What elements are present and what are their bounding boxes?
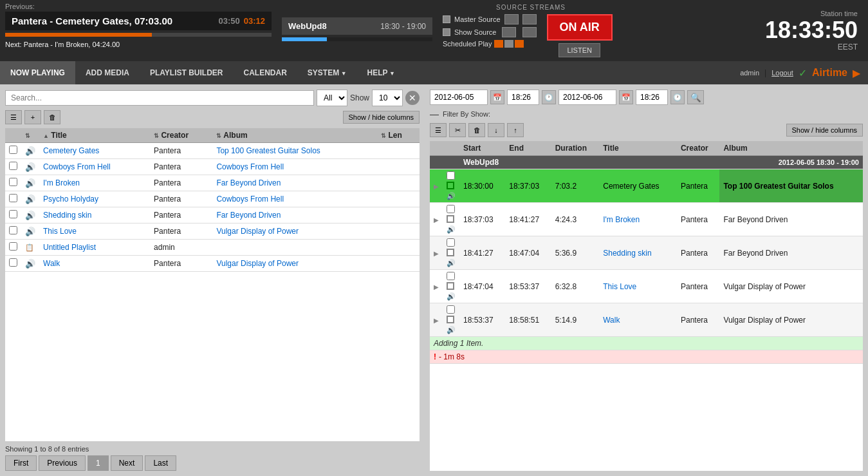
station-timezone: EEST bbox=[838, 43, 858, 52]
listen-button[interactable]: LISTEN bbox=[559, 43, 600, 57]
right-tool-btn-down[interactable]: ↓ bbox=[488, 123, 504, 137]
sch-col-end[interactable]: End bbox=[505, 141, 551, 156]
left-show-hide-cols-button[interactable]: Show / hide columns bbox=[343, 111, 420, 124]
show-select[interactable]: 10 25 50 bbox=[372, 90, 403, 106]
time-from-button[interactable]: 🕐 bbox=[542, 90, 556, 104]
cal-to-button[interactable]: 📅 bbox=[619, 90, 633, 104]
nav-system[interactable]: SYSTEM bbox=[297, 61, 357, 84]
track-title[interactable]: Untitled Playlist bbox=[43, 243, 96, 252]
show-source-btn2[interactable] bbox=[522, 27, 537, 37]
sch-end: 18:53:37 bbox=[505, 270, 551, 303]
webupd-progress bbox=[282, 37, 432, 41]
row-arrow[interactable]: ▶ bbox=[434, 183, 439, 190]
page-1-button[interactable]: 1 bbox=[88, 455, 109, 471]
row-checkbox[interactable] bbox=[9, 162, 17, 170]
row-checkbox[interactable] bbox=[9, 226, 17, 234]
col-length-header[interactable]: ⇅ Len bbox=[377, 128, 420, 143]
time-remaining: 03:12 bbox=[244, 16, 265, 26]
time-from-input[interactable] bbox=[507, 90, 539, 105]
last-button[interactable]: Last bbox=[145, 455, 176, 471]
track-album[interactable]: Cowboys From Hell bbox=[216, 195, 284, 204]
col-creator-header[interactable]: ⇅ Creator bbox=[150, 128, 212, 143]
filter-select[interactable]: All bbox=[317, 90, 347, 106]
track-album[interactable]: Cowboys From Hell bbox=[216, 162, 284, 171]
sch-col-duration[interactable]: Duration bbox=[551, 141, 600, 156]
sch-row-checkbox[interactable] bbox=[447, 305, 455, 314]
row-checkbox[interactable] bbox=[9, 210, 17, 218]
nav-help[interactable]: HELP bbox=[357, 61, 405, 84]
row-checkbox[interactable] bbox=[9, 146, 17, 154]
track-title[interactable]: Cemetery Gates bbox=[43, 146, 99, 155]
left-table-row: 🔊 Shedding skin Pantera Far Beyond Drive… bbox=[5, 207, 420, 224]
sch-col-title[interactable]: Title bbox=[599, 141, 677, 156]
sch-row-checkbox[interactable] bbox=[447, 238, 455, 247]
show-source-btn[interactable] bbox=[502, 27, 516, 37]
track-album[interactable]: Vulgar Display of Power bbox=[216, 259, 299, 268]
search-input[interactable] bbox=[5, 90, 314, 106]
cal-from-button[interactable]: 📅 bbox=[490, 90, 504, 104]
next-button[interactable]: Next bbox=[111, 455, 143, 471]
row-checkbox[interactable] bbox=[9, 194, 17, 202]
sch-col-creator[interactable]: Creator bbox=[677, 141, 719, 156]
track-title[interactable]: Shedding skin bbox=[43, 211, 91, 220]
nav-playlist-builder[interactable]: PLAYLIST BUILDER bbox=[140, 61, 234, 84]
track-creator: Pantera bbox=[150, 159, 212, 175]
track-album[interactable]: Far Beyond Driven bbox=[216, 211, 281, 220]
right-tool-btn-cut[interactable]: ✂ bbox=[449, 123, 466, 137]
master-source-checkbox[interactable] bbox=[443, 15, 450, 23]
right-show-hide-cols-button[interactable]: Show / hide columns bbox=[786, 124, 863, 137]
search-schedule-button[interactable]: 🔍 bbox=[687, 90, 704, 104]
sch-col-album[interactable]: Album bbox=[719, 141, 863, 156]
row-arrow[interactable]: ▶ bbox=[434, 283, 439, 290]
sch-col-start[interactable]: Start bbox=[459, 141, 505, 156]
progress-fill bbox=[5, 33, 152, 37]
right-tool-btn-del[interactable]: 🗑 bbox=[468, 123, 485, 137]
sch-row-checkbox[interactable] bbox=[447, 272, 455, 280]
date-from-input[interactable] bbox=[430, 90, 488, 105]
track-length bbox=[377, 256, 420, 272]
master-source-btn[interactable] bbox=[504, 14, 519, 24]
first-button[interactable]: First bbox=[5, 455, 37, 471]
sch-row-checkbox[interactable] bbox=[447, 171, 455, 180]
prev-button[interactable]: Previous bbox=[39, 455, 86, 471]
nav-add-media[interactable]: ADD MEDIA bbox=[75, 61, 140, 84]
row-arrow[interactable]: ▶ bbox=[434, 216, 439, 224]
track-title[interactable]: Cowboys From Hell bbox=[43, 162, 111, 171]
row-checkbox[interactable] bbox=[9, 242, 17, 251]
row-arrow[interactable]: ▶ bbox=[434, 250, 439, 257]
track-album[interactable]: Far Beyond Driven bbox=[216, 178, 281, 187]
row-arrow[interactable]: ▶ bbox=[434, 317, 439, 324]
track-length bbox=[377, 224, 420, 240]
track-title[interactable]: Walk bbox=[43, 259, 60, 268]
left-table-row: 🔊 I'm Broken Pantera Far Beyond Driven bbox=[5, 175, 420, 191]
col-sort[interactable]: ⇅ bbox=[21, 128, 39, 143]
left-table-row: 🔊 Cowboys From Hell Pantera Cowboys From… bbox=[5, 159, 420, 175]
track-album[interactable]: Top 100 Greatest Guitar Solos bbox=[216, 146, 320, 155]
tool-btn-add[interactable]: + bbox=[24, 110, 41, 124]
nav-calendar[interactable]: CALENDAR bbox=[233, 61, 297, 84]
nav-now-playing[interactable]: NOW PLAYING bbox=[0, 61, 75, 84]
clear-button[interactable]: ✕ bbox=[405, 91, 420, 105]
date-to-input[interactable] bbox=[559, 90, 616, 105]
track-title[interactable]: I'm Broken bbox=[43, 178, 80, 187]
time-to-button[interactable]: 🕐 bbox=[670, 90, 685, 104]
next-track: Pantera - I'm Broken, 04:24.00 bbox=[24, 41, 120, 48]
sch-row-checkbox[interactable] bbox=[447, 205, 455, 213]
logout-link[interactable]: Logout bbox=[771, 69, 793, 77]
tool-btn-delete[interactable]: 🗑 bbox=[44, 110, 60, 124]
right-tool-btn-up[interactable]: ↑ bbox=[507, 123, 524, 137]
master-source-btn2[interactable] bbox=[522, 14, 537, 24]
col-title-header[interactable]: ▲ Title bbox=[39, 128, 150, 143]
sound-icon-sm: 🔊 bbox=[447, 292, 456, 300]
on-air-button[interactable]: ON AIR bbox=[547, 14, 613, 41]
track-album[interactable]: Vulgar Display of Power bbox=[216, 227, 299, 236]
row-checkbox[interactable] bbox=[9, 258, 17, 267]
track-title[interactable]: Psycho Holyday bbox=[43, 195, 98, 204]
tool-btn-1[interactable]: ☰ bbox=[5, 110, 22, 124]
right-tool-btn-1[interactable]: ☰ bbox=[430, 123, 447, 137]
time-to-input[interactable] bbox=[636, 90, 668, 105]
track-title[interactable]: This Love bbox=[43, 227, 77, 236]
row-checkbox[interactable] bbox=[9, 178, 17, 186]
col-album-header[interactable]: ⇅ Album bbox=[212, 128, 377, 143]
show-source-checkbox[interactable] bbox=[443, 28, 450, 36]
